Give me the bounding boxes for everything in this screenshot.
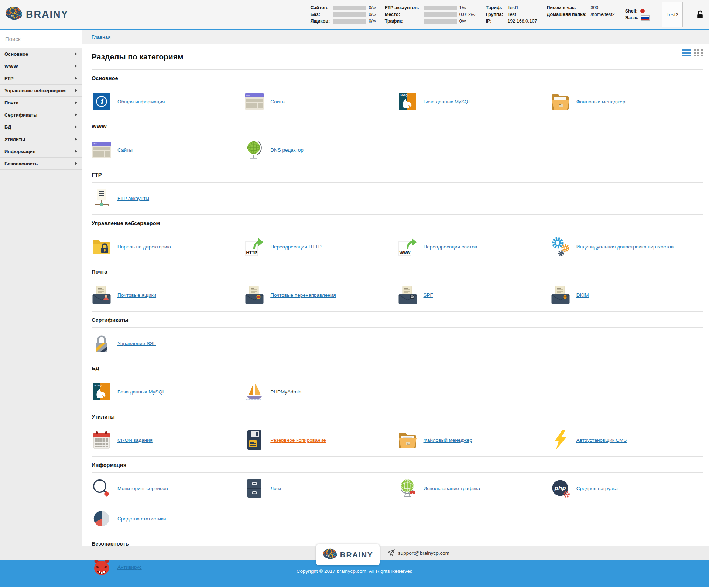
svg-text:WWW: WWW <box>399 250 411 255</box>
category-link[interactable]: Автоустановщик CMS <box>576 437 627 443</box>
mysql-icon: MYSQL <box>398 93 418 110</box>
www-redirect-icon: WWW <box>398 237 418 256</box>
category-item[interactable]: Индивидуальная донастройка виртхостов <box>551 236 703 257</box>
logout-lock-icon[interactable] <box>696 10 704 19</box>
sidebar-menu: ОсновноеWWWFTPУправление вебсерверомПочт… <box>0 48 82 170</box>
category-link[interactable]: SPF <box>424 292 433 298</box>
section-title: Управление вебсервером <box>92 215 703 231</box>
language-label: Язык: <box>625 15 638 21</box>
category-link[interactable]: DKIM <box>576 292 589 298</box>
category-item[interactable]: HTTPПереадресация HTTP <box>244 236 397 257</box>
svg-text:MYSQL: MYSQL <box>400 94 409 97</box>
category-item[interactable]: Почтовые перенаправления <box>244 285 397 305</box>
category-item[interactable]: Управление SSL <box>92 333 244 354</box>
category-link[interactable]: Средняя нагрузка <box>576 486 618 491</box>
usage-meters: Сайтов:0/∞Баз:0/∞Ящиков:0/∞FTP аккаунтов… <box>310 5 475 24</box>
info-row: Группа:Test <box>486 12 537 17</box>
folder-icon <box>551 93 571 110</box>
svg-text:MYSQL: MYSQL <box>95 384 103 387</box>
category-link[interactable]: Индивидуальная донастройка виртхостов <box>576 244 674 250</box>
usage-row: Ящиков:0/∞ <box>310 18 376 24</box>
user-menu-button[interactable]: Test2 <box>662 2 683 27</box>
sidebar-item[interactable]: Управление вебсервером <box>0 85 82 97</box>
category-link[interactable]: Сайты <box>117 147 133 153</box>
category-item[interactable]: Логи <box>244 478 397 499</box>
browser-icon <box>244 93 264 110</box>
sidebar-item[interactable]: Информация <box>0 145 82 158</box>
category-item[interactable]: Почтовые ящики <box>92 285 244 305</box>
category-link[interactable]: Почтовые ящики <box>117 292 156 298</box>
sidebar-item[interactable]: Основное <box>0 48 82 60</box>
category-link[interactable]: Переадресация HTTP <box>270 244 321 250</box>
category-link[interactable]: Файловый менеджер <box>424 437 472 443</box>
sidebar-item[interactable]: Утилиты <box>0 133 82 145</box>
category-item[interactable]: CRON задания <box>92 430 244 450</box>
sidebar-item[interactable]: БД <box>0 121 82 133</box>
header-stats: Сайтов:0/∞Баз:0/∞Ящиков:0/∞FTP аккаунтов… <box>310 2 705 27</box>
category-item[interactable]: Автоустановщик CMS <box>551 430 703 450</box>
sidebar-item[interactable]: Сертификаты <box>0 109 82 121</box>
category-link[interactable]: Мониторинг сервисов <box>117 486 168 491</box>
category-item[interactable]: Пароль на директорию <box>92 236 244 257</box>
header: BRAINY Сайтов:0/∞Баз:0/∞Ящиков:0/∞FTP ак… <box>0 0 709 30</box>
category-item[interactable]: Сайты <box>244 91 397 112</box>
category-item[interactable]: DNS редактор <box>244 140 397 160</box>
breadcrumb-home-link[interactable]: Главная <box>92 34 110 40</box>
category-item[interactable]: DKIM <box>551 285 703 305</box>
chevron-right-icon <box>75 150 77 153</box>
account-info: Тариф:Test1Группа:TestIP:192.168.0.107Пи… <box>486 5 614 24</box>
category-section: ПочтаПочтовые ящикиПочтовые перенаправле… <box>92 263 703 312</box>
category-item[interactable]: Мониторинг сервисов <box>92 478 244 499</box>
category-item[interactable]: Средства статистики <box>92 508 244 529</box>
sidebar-item[interactable]: Почта <box>0 97 82 109</box>
category-item[interactable]: Резервное копирование <box>244 430 397 450</box>
russian-flag-icon[interactable] <box>641 15 650 21</box>
category-link[interactable]: Использование трафика <box>424 486 480 491</box>
category-link[interactable]: Средства статистики <box>117 516 166 522</box>
category-link[interactable]: Переадресация сайтов <box>424 244 477 250</box>
category-item[interactable]: Файловый менеджер <box>551 91 703 112</box>
category-item[interactable]: Сайты <box>92 140 244 160</box>
http-redirect-icon: HTTP <box>244 237 264 256</box>
category-link[interactable]: Файловый менеджер <box>576 99 625 104</box>
category-item[interactable]: PHPMyAdmin <box>244 381 397 402</box>
info-value: 192.168.0.107 <box>507 18 537 24</box>
category-link[interactable]: FTP аккаунты <box>117 196 149 201</box>
sidebar-item[interactable]: WWW <box>0 60 82 72</box>
category-item[interactable]: MYSQLБаза данных MySQL <box>92 381 244 402</box>
category-link[interactable]: Резервное копирование <box>270 437 326 443</box>
category-item[interactable]: SPF <box>398 285 551 305</box>
grid-view-toggle-icon[interactable] <box>694 49 703 56</box>
usage-value: 0/∞ <box>369 12 376 17</box>
category-item[interactable]: Файловый менеджер <box>398 430 551 450</box>
category-link[interactable]: Пароль на директорию <box>117 244 171 250</box>
footer-bar: BRAINY support@brainycp.com <box>0 546 709 560</box>
usage-label: Баз: <box>310 12 331 17</box>
category-item[interactable]: MYSQLБаза данных MySQL <box>398 91 551 112</box>
brand-logo[interactable]: BRAINY <box>5 6 69 23</box>
category-link[interactable]: CRON задания <box>117 437 153 443</box>
category-link[interactable]: Общая информация <box>117 99 165 104</box>
category-link[interactable]: Сайты <box>270 99 285 104</box>
category-item[interactable]: FTP аккаунты <box>92 188 244 209</box>
category-item[interactable]: Антивирус <box>92 557 244 577</box>
sidebar-item[interactable]: FTP <box>0 72 82 85</box>
category-link[interactable]: База данных MySQL <box>424 99 471 104</box>
category-item[interactable]: WWWПереадресация сайтов <box>398 236 551 257</box>
category-link[interactable]: База данных MySQL <box>117 389 165 395</box>
usage-progress-bar <box>424 12 457 17</box>
category-link[interactable]: Почтовые перенаправления <box>270 292 336 298</box>
category-link[interactable]: DNS редактор <box>270 147 303 153</box>
category-link[interactable]: Антивирус <box>117 564 142 570</box>
category-item[interactable]: phpСредняя нагрузка <box>551 478 703 499</box>
sidebar-item[interactable]: Безопасность <box>0 158 82 170</box>
mysql-icon: MYSQL <box>92 383 112 400</box>
search-input[interactable] <box>0 30 82 48</box>
category-item[interactable]: Использование трафика <box>398 478 551 499</box>
category-link[interactable]: Управление SSL <box>117 341 156 346</box>
category-link[interactable]: Логи <box>270 486 281 491</box>
category-item[interactable]: iОбщая информация <box>92 91 244 112</box>
list-view-toggle-icon[interactable] <box>682 49 691 56</box>
support-email-link[interactable]: support@brainycp.com <box>398 550 449 556</box>
usage-value: 0/∞ <box>369 5 376 11</box>
